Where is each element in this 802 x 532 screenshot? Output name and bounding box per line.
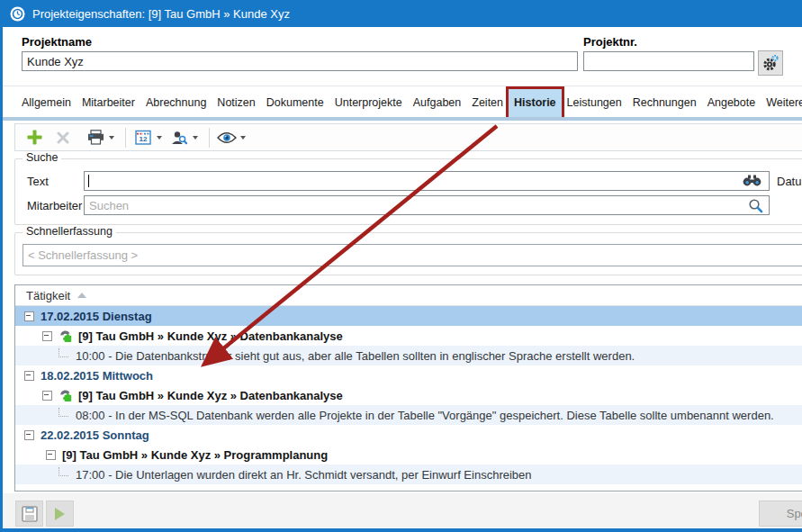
entry-label: 17:00 - Die Unterlagen wurden direkt an … [76, 468, 532, 482]
footer-bar: Speichern [3, 493, 802, 528]
history-row-project[interactable]: [9] Tau GmbH » Kunde Xyz » Datenbankanal… [15, 385, 802, 405]
tab-strip: Allgemein Mitarbeiter Abrechnung Notizen… [16, 89, 802, 117]
svg-text:12: 12 [140, 135, 148, 143]
history-row-project[interactable]: [9] Tau GmbH » Kunde Xyz » Datenbankanal… [15, 326, 802, 346]
visibility-icon [217, 131, 237, 144]
project-properties-window: { "window": { "title": "Projekteigenscha… [0, 0, 802, 532]
tab-unterprojekte[interactable]: Unterprojekte [329, 89, 408, 117]
collapse-expander-icon[interactable] [24, 371, 34, 381]
employee-filter-button[interactable] [167, 126, 191, 149]
visibility-button[interactable] [215, 126, 239, 149]
window-border-bottom [0, 528, 802, 532]
titlebar: Projekteigenschaften: [9] Tau GmbH » Kun… [0, 0, 802, 27]
print-icon [87, 130, 104, 145]
toolbar-separator [125, 128, 126, 148]
project-label: [9] Tau GmbH » Kunde Xyz » Datenbankanal… [78, 329, 343, 343]
history-list: Tätigkeit 17.02.2015 Dienstag [9] Tau Gm… [14, 284, 802, 491]
delete-entry-button[interactable] [51, 126, 75, 149]
tab-aufgaben[interactable]: Aufgaben [408, 89, 467, 117]
activity-puzzle-icon [59, 329, 73, 343]
gear-icon [761, 54, 779, 72]
tree-elbow-connector [59, 348, 68, 357]
quick-entry-group-label: Schnellerfassung [23, 225, 116, 238]
tab-weiteres[interactable]: Weiteres [761, 89, 802, 117]
search-group-label: Suche [23, 151, 61, 164]
project-label: [9] Tau GmbH » Kunde Xyz » Datenbankanal… [78, 389, 343, 402]
visibility-dropdown-arrow[interactable] [240, 136, 246, 140]
calendar-icon: 12 [135, 130, 151, 145]
projektname-label: Projektname [22, 35, 92, 49]
add-icon [27, 130, 42, 145]
sort-ascending-icon [77, 293, 86, 298]
delete-icon [57, 131, 69, 144]
speichern-button[interactable]: Speichern [759, 500, 802, 527]
history-row-date[interactable]: 22.02.2015 Sonntag [15, 425, 802, 445]
collapse-expander-icon[interactable] [42, 391, 52, 401]
collapse-expander-icon[interactable] [24, 430, 34, 440]
projektnr-label: Projektnr. [583, 35, 637, 49]
search-mitarbeiter-input[interactable] [84, 195, 770, 215]
binoculars-icon[interactable] [743, 175, 761, 186]
tab-mitarbeiter[interactable]: Mitarbeiter [77, 89, 140, 117]
project-label: [9] Tau GmbH » Kunde Xyz » Programmplanu… [62, 448, 328, 462]
project-header-panel: Projektname Projektnr. [3, 27, 802, 86]
project-settings-button[interactable] [758, 50, 783, 76]
search-mitarbeiter-label: Mitarbeiter [27, 199, 82, 212]
date-label: 22.02.2015 Sonntag [41, 428, 149, 442]
tree-elbow-connector [59, 408, 68, 417]
search-text-label: Text [27, 175, 49, 188]
start-timer-button[interactable] [46, 500, 74, 527]
tab-abrechnung[interactable]: Abrechnung [140, 89, 212, 117]
tree-elbow-connector [59, 467, 68, 476]
magnifier-icon[interactable] [748, 198, 763, 213]
activity-puzzle-icon [59, 389, 73, 402]
person-search-icon [171, 131, 187, 145]
date-filter-button[interactable]: 12 [131, 126, 155, 149]
projektnr-input[interactable] [583, 51, 754, 71]
history-row-entry[interactable]: 10:00 - Die Datenbankstruktur sieht gut … [15, 346, 802, 365]
date-filter-dropdown-arrow[interactable] [157, 136, 162, 140]
history-row-date[interactable]: 17.02.2015 Dienstag [15, 306, 802, 326]
column-header-label: Tätigkeit [26, 289, 70, 302]
text-cursor [88, 175, 89, 187]
floppy-disk-icon [22, 506, 38, 522]
print-dropdown-arrow[interactable] [109, 136, 114, 140]
history-row-entry[interactable]: 17:00 - Die Unterlagen wurden direkt an … [15, 464, 802, 484]
history-row-date[interactable]: 18.02.2015 Mittwoch [15, 365, 802, 385]
tab-allgemein[interactable]: Allgemein [16, 89, 77, 117]
save-icon-button[interactable] [15, 500, 43, 527]
entry-label: 10:00 - Die Datenbankstruktur sieht gut … [76, 349, 635, 363]
tab-page-border [3, 117, 802, 121]
search-datum-label: Datum [777, 175, 802, 188]
play-icon [55, 508, 65, 520]
search-groupbox: Suche Text Datum Mitarbeiter [14, 158, 802, 225]
tab-zeiten[interactable]: Zeiten [466, 89, 509, 117]
tab-historie[interactable]: Historie [509, 89, 562, 117]
toolbar-separator [209, 128, 210, 148]
history-row-project[interactable]: [9] Tau GmbH » Kunde Xyz » Programmplanu… [15, 445, 802, 464]
tab-rechnungen[interactable]: Rechnungen [627, 89, 702, 117]
quick-entry-input[interactable] [23, 244, 802, 266]
projektname-input[interactable] [22, 51, 578, 71]
tab-notizen[interactable]: Notizen [212, 89, 260, 117]
quick-entry-groupbox: Schnellerfassung [14, 232, 802, 275]
column-header-taetigkeit[interactable]: Tätigkeit [15, 285, 802, 306]
history-row-entry[interactable]: 08:00 - In der MS-SQL Datenbank werden a… [15, 405, 802, 425]
clock-app-icon [10, 6, 25, 22]
entry-label: 08:00 - In der MS-SQL Datenbank werden a… [76, 409, 774, 422]
collapse-expander-icon[interactable] [46, 450, 56, 460]
collapse-expander-icon[interactable] [24, 311, 34, 321]
history-toolbar: 12 [14, 123, 802, 151]
tab-angebote[interactable]: Angebote [702, 89, 761, 117]
date-label: 18.02.2015 Mittwoch [41, 369, 153, 383]
employee-filter-dropdown-arrow[interactable] [193, 136, 198, 140]
tab-leistungen[interactable]: Leistungen [562, 89, 627, 117]
add-entry-button[interactable] [23, 126, 46, 149]
tab-dokumente[interactable]: Dokumente [261, 89, 329, 117]
date-label: 17.02.2015 Dienstag [41, 310, 152, 323]
collapse-expander-icon[interactable] [42, 331, 52, 341]
window-title: Projekteigenschaften: [9] Tau GmbH » Kun… [32, 7, 290, 21]
print-button[interactable] [84, 126, 107, 149]
search-text-input[interactable] [84, 171, 770, 191]
